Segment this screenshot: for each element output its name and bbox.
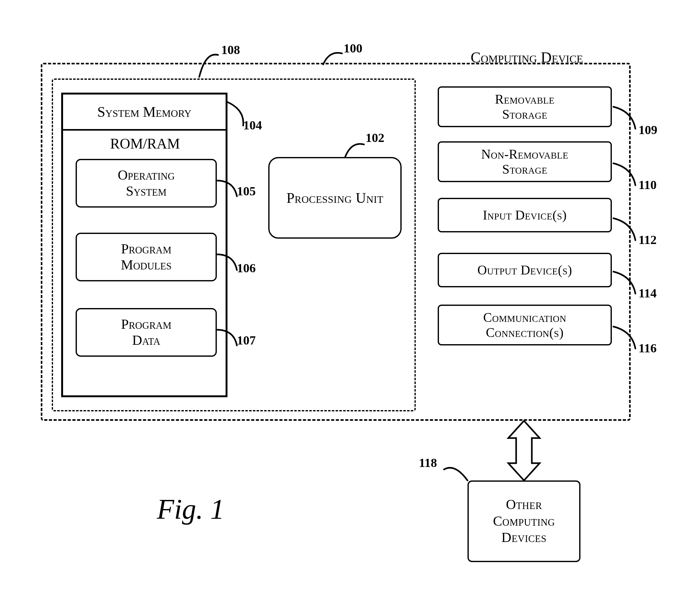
processing-unit-box: Processing Unit bbox=[268, 157, 401, 239]
lead-line bbox=[442, 462, 471, 487]
ref-107: 107 bbox=[237, 333, 256, 348]
other-computing-devices-box: Other Computing Devices bbox=[467, 480, 581, 562]
program-data-box: Program Data bbox=[75, 308, 217, 357]
ref-102: 102 bbox=[366, 130, 384, 145]
output-devices-box: Output Device(s) bbox=[438, 253, 612, 287]
non-removable-storage-box: Non-Removable Storage bbox=[438, 141, 612, 182]
rom-ram-label: ROM/RAM bbox=[110, 135, 180, 152]
program-modules-box: Program Modules bbox=[75, 233, 217, 281]
figure-caption: Fig. 1 bbox=[157, 493, 224, 525]
ref-106: 106 bbox=[237, 260, 256, 275]
communication-connections-box: Communication Connection(s) bbox=[438, 305, 612, 346]
operating-system-box: Operating System bbox=[75, 159, 217, 208]
ref-104: 104 bbox=[243, 118, 262, 132]
ref-118: 118 bbox=[419, 455, 437, 470]
ref-105: 105 bbox=[237, 184, 256, 198]
ref-114: 114 bbox=[638, 286, 657, 300]
ref-109: 109 bbox=[638, 123, 657, 137]
ref-100: 100 bbox=[344, 41, 363, 56]
double-arrow-icon bbox=[505, 421, 543, 480]
ref-116: 116 bbox=[638, 341, 657, 355]
ref-112: 112 bbox=[638, 232, 657, 247]
removable-storage-box: Removable Storage bbox=[438, 86, 612, 127]
ref-108: 108 bbox=[221, 42, 240, 57]
input-devices-box: Input Device(s) bbox=[438, 198, 612, 232]
diagram-canvas: Computing Device System Memory ROM/RAM O… bbox=[0, 0, 700, 607]
ref-110: 110 bbox=[638, 177, 657, 192]
computing-device-title: Computing Device bbox=[471, 49, 583, 66]
system-memory-title: System Memory bbox=[63, 95, 225, 131]
system-memory-box: System Memory ROM/RAM Operating System P… bbox=[61, 92, 227, 397]
